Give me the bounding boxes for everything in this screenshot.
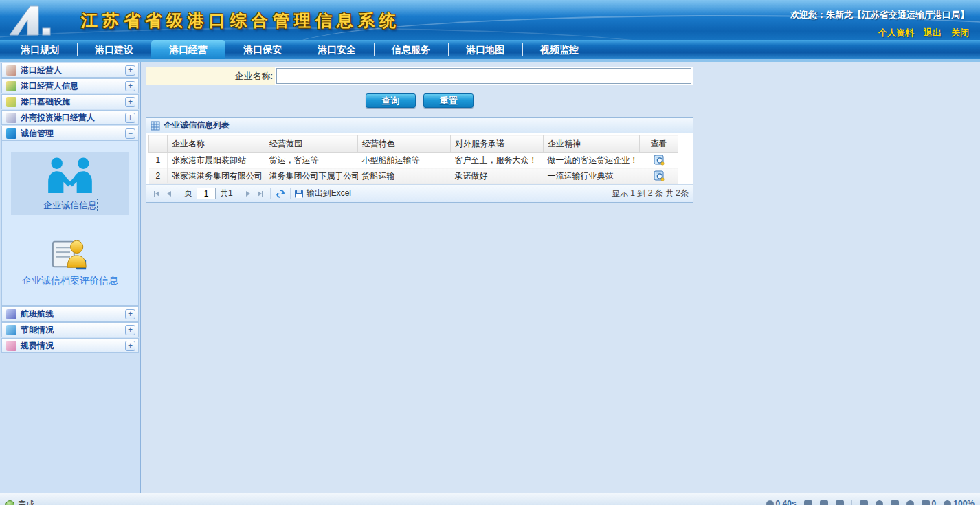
table-cell: 承诺做好: [451, 168, 544, 184]
sidebar-item-港口基础设施[interactable]: 港口基础设施+: [1, 94, 139, 109]
night-mode-icon[interactable]: [906, 500, 914, 505]
sidebar-item-规费情况[interactable]: 规费情况+: [1, 338, 139, 353]
row-number-cell: 1: [149, 153, 168, 168]
total-pages-label: 共1: [220, 188, 233, 199]
download-icon[interactable]: [836, 500, 844, 505]
prev-page-button[interactable]: [163, 188, 175, 200]
sidebar-item-航班航线[interactable]: 航班航线+: [1, 306, 139, 322]
operator-info-icon: [6, 81, 16, 91]
sidebar-item-enterprise-credit-info[interactable]: 企业诚信信息: [11, 152, 129, 215]
sidebar-panel-航班航线: 航班航线+: [1, 306, 139, 322]
enterprise-name-input[interactable]: [276, 68, 691, 84]
sidebar-item-label: 企业诚信信息: [43, 199, 98, 212]
reading-mode-icon[interactable]: [891, 500, 899, 505]
logout-link[interactable]: 退出: [924, 27, 942, 38]
sidebar-item-港口经营人[interactable]: 港口经营人+: [1, 63, 139, 78]
pager-summary: 显示 1 到 2 条 共 2条: [612, 188, 689, 199]
view-detail-icon[interactable]: [654, 170, 665, 181]
expand-toggle-icon[interactable]: +: [125, 309, 135, 319]
sidebar-panel-港口基础设施: 港口基础设施+: [1, 94, 139, 109]
archive-person-icon: [52, 236, 89, 271]
infrastructure-icon: [6, 97, 16, 107]
page-title: 江苏省省级港口综合管理信息系统: [81, 10, 401, 32]
blocked-count: 0: [932, 499, 937, 505]
table-icon: [151, 121, 160, 131]
sidebar-panel-节能情况: 节能情况+: [1, 322, 139, 337]
export-excel-button[interactable]: 输出到Excel: [294, 188, 351, 199]
view-button-cell[interactable]: [640, 153, 678, 168]
zoom-icon[interactable]: [944, 500, 951, 505]
load-time: 0.40s: [776, 499, 797, 505]
sidebar-panel-港口经营人: 港口经营人+: [1, 63, 139, 78]
expand-toggle-icon[interactable]: +: [125, 97, 135, 107]
media-icon[interactable]: [804, 500, 812, 505]
sidebar-item-label: 航班航线: [21, 308, 125, 320]
profile-link[interactable]: 个人资料: [878, 27, 914, 38]
grid-title: 企业诚信信息列表: [164, 120, 230, 131]
sidebar-item-港口经营人信息[interactable]: 港口经营人信息+: [1, 78, 139, 93]
sidebar-panel-外商投资港口经营人: 外商投资港口经营人+: [1, 110, 139, 125]
nav-tab-视频监控[interactable]: 视频监控: [522, 40, 597, 59]
query-button[interactable]: 查询: [366, 93, 416, 108]
table-row[interactable]: 2张家港港务集团有限公司港务集团公司下属于公司货船运输承诺做好一流运输行业典范: [149, 168, 678, 184]
nav-tab-港口规划[interactable]: 港口规划: [3, 40, 77, 59]
nav-tab-港口安全[interactable]: 港口安全: [300, 40, 374, 59]
row-number-cell: 2: [149, 168, 168, 184]
expand-toggle-icon[interactable]: +: [125, 113, 135, 123]
save-disk-icon: [294, 189, 304, 199]
status-done-icon: [5, 500, 14, 505]
page-number-input[interactable]: [197, 188, 216, 199]
app-header: 江苏省省级港口综合管理信息系统 欢迎您：朱新龙【江苏省交通运输厅港口局】 个人资…: [0, 0, 980, 40]
handshake-people-icon: [45, 157, 95, 194]
column-header-企业精神: 企业精神: [544, 135, 640, 153]
enterprise-name-label: 企业名称:: [146, 67, 275, 85]
table-cell: 货运，客运等: [265, 153, 358, 168]
nav-tab-港口地图[interactable]: 港口地图: [448, 40, 522, 59]
column-header-经营特色: 经营特色: [358, 135, 451, 153]
speed-icon: [766, 500, 774, 505]
ad-block-icon[interactable]: [922, 500, 930, 505]
collapse-toggle-icon[interactable]: −: [125, 128, 135, 139]
mute-icon[interactable]: [860, 500, 868, 505]
proxy-icon[interactable]: [820, 500, 828, 505]
table-cell: 客户至上，服务大众！: [451, 153, 544, 168]
sidebar-item-label: 港口经营人: [21, 65, 125, 76]
sidebar-item-节能情况[interactable]: 节能情况+: [1, 322, 139, 337]
sidebar-item-外商投资港口经营人[interactable]: 外商投资港口经营人+: [1, 110, 139, 125]
pager-toolbar: 页 共1: [146, 184, 693, 202]
table-cell: 做一流的客运货运企业！: [544, 153, 640, 168]
column-header-row-number: [149, 135, 168, 153]
nav-tab-信息服务[interactable]: 信息服务: [374, 40, 448, 59]
table-row[interactable]: 1张家港市晨阳装卸站货运，客运等小型船舶运输等客户至上，服务大众！做一流的客运货…: [149, 153, 678, 168]
fee-icon: [6, 341, 16, 351]
expand-toggle-icon[interactable]: +: [125, 325, 135, 335]
nav-tab-港口建设[interactable]: 港口建设: [77, 40, 151, 59]
search-form: 企业名称:: [146, 67, 693, 85]
credit-icon: [6, 128, 16, 139]
last-page-button[interactable]: [254, 188, 267, 200]
credit-info-grid-panel: 企业诚信信息列表 企业名称经营范围经营特色对外服务承诺企业精神查看 1张家港市晨…: [146, 117, 693, 203]
header-links: 个人资料退出关闭: [869, 27, 969, 39]
sidebar-item-credit-archive-evaluation[interactable]: 企业诚信档案评价信息: [11, 230, 129, 290]
form-buttons: 查询 重置: [146, 93, 693, 108]
flight-route-icon: [6, 309, 16, 319]
expand-toggle-icon[interactable]: +: [125, 341, 135, 351]
expand-toggle-icon[interactable]: +: [125, 65, 135, 76]
welcome-text: 欢迎您：朱新龙【江苏省交通运输厅港口局】: [790, 9, 969, 21]
sidebar-item-label: 港口基础设施: [21, 96, 125, 108]
nav-tab-港口经营[interactable]: 港口经营: [151, 40, 225, 59]
first-page-button[interactable]: [151, 188, 163, 200]
next-page-button[interactable]: [242, 188, 254, 200]
view-button-cell[interactable]: [640, 168, 678, 184]
view-detail-icon[interactable]: [654, 155, 665, 166]
sidebar-item-诚信管理[interactable]: 诚信管理−: [1, 126, 139, 141]
nav-tab-港口保安[interactable]: 港口保安: [225, 40, 300, 59]
app-logo-icon: [7, 5, 76, 36]
expand-toggle-icon[interactable]: +: [125, 81, 135, 91]
reset-button[interactable]: 重置: [423, 93, 474, 108]
sidebar-panel-诚信管理: 诚信管理− 企业诚信信息: [1, 126, 139, 306]
refresh-button[interactable]: [274, 188, 287, 200]
browser-status-bar: 完成 0.40s 0 100%: [0, 493, 980, 505]
close-link[interactable]: 关闭: [951, 27, 969, 38]
settings-icon[interactable]: [876, 500, 883, 505]
